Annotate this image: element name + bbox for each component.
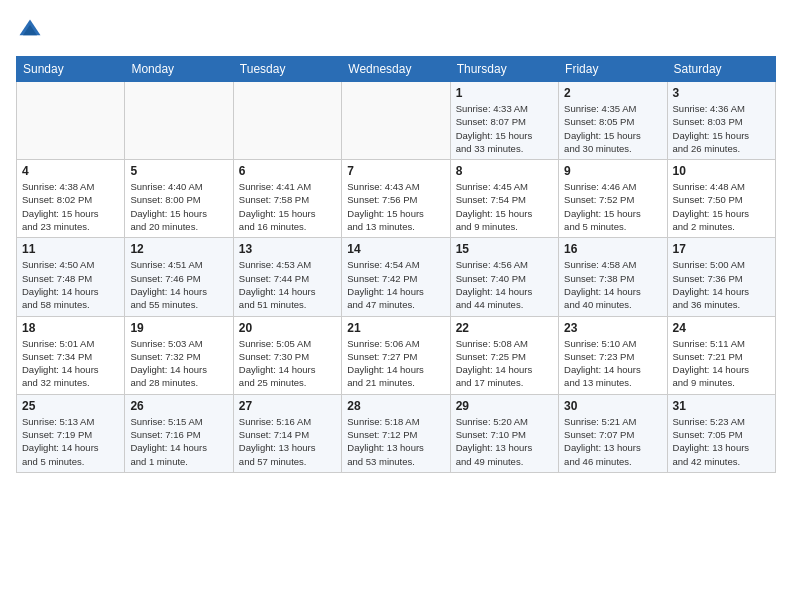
day-cell: 19Sunrise: 5:03 AM Sunset: 7:32 PM Dayli… (125, 316, 233, 394)
week-row-5: 25Sunrise: 5:13 AM Sunset: 7:19 PM Dayli… (17, 394, 776, 472)
day-cell (125, 82, 233, 160)
day-detail: Sunrise: 4:33 AM Sunset: 8:07 PM Dayligh… (456, 102, 553, 155)
day-detail: Sunrise: 4:43 AM Sunset: 7:56 PM Dayligh… (347, 180, 444, 233)
day-cell (17, 82, 125, 160)
day-cell: 30Sunrise: 5:21 AM Sunset: 7:07 PM Dayli… (559, 394, 667, 472)
day-detail: Sunrise: 5:05 AM Sunset: 7:30 PM Dayligh… (239, 337, 336, 390)
weekday-header-tuesday: Tuesday (233, 57, 341, 82)
day-number: 19 (130, 321, 227, 335)
day-cell: 16Sunrise: 4:58 AM Sunset: 7:38 PM Dayli… (559, 238, 667, 316)
day-detail: Sunrise: 5:11 AM Sunset: 7:21 PM Dayligh… (673, 337, 770, 390)
day-detail: Sunrise: 4:45 AM Sunset: 7:54 PM Dayligh… (456, 180, 553, 233)
day-number: 9 (564, 164, 661, 178)
day-cell: 15Sunrise: 4:56 AM Sunset: 7:40 PM Dayli… (450, 238, 558, 316)
day-detail: Sunrise: 4:50 AM Sunset: 7:48 PM Dayligh… (22, 258, 119, 311)
day-cell: 18Sunrise: 5:01 AM Sunset: 7:34 PM Dayli… (17, 316, 125, 394)
day-detail: Sunrise: 5:21 AM Sunset: 7:07 PM Dayligh… (564, 415, 661, 468)
day-cell (342, 82, 450, 160)
day-cell: 26Sunrise: 5:15 AM Sunset: 7:16 PM Dayli… (125, 394, 233, 472)
weekday-header-monday: Monday (125, 57, 233, 82)
weekday-header-saturday: Saturday (667, 57, 775, 82)
day-cell: 31Sunrise: 5:23 AM Sunset: 7:05 PM Dayli… (667, 394, 775, 472)
day-detail: Sunrise: 5:08 AM Sunset: 7:25 PM Dayligh… (456, 337, 553, 390)
weekday-header-wednesday: Wednesday (342, 57, 450, 82)
day-cell: 7Sunrise: 4:43 AM Sunset: 7:56 PM Daylig… (342, 160, 450, 238)
day-cell (233, 82, 341, 160)
day-number: 7 (347, 164, 444, 178)
day-detail: Sunrise: 5:20 AM Sunset: 7:10 PM Dayligh… (456, 415, 553, 468)
day-detail: Sunrise: 4:48 AM Sunset: 7:50 PM Dayligh… (673, 180, 770, 233)
day-cell: 21Sunrise: 5:06 AM Sunset: 7:27 PM Dayli… (342, 316, 450, 394)
day-number: 10 (673, 164, 770, 178)
day-number: 26 (130, 399, 227, 413)
day-detail: Sunrise: 5:13 AM Sunset: 7:19 PM Dayligh… (22, 415, 119, 468)
day-detail: Sunrise: 4:38 AM Sunset: 8:02 PM Dayligh… (22, 180, 119, 233)
day-number: 25 (22, 399, 119, 413)
day-detail: Sunrise: 5:10 AM Sunset: 7:23 PM Dayligh… (564, 337, 661, 390)
day-number: 24 (673, 321, 770, 335)
day-cell: 6Sunrise: 4:41 AM Sunset: 7:58 PM Daylig… (233, 160, 341, 238)
day-cell: 2Sunrise: 4:35 AM Sunset: 8:05 PM Daylig… (559, 82, 667, 160)
day-detail: Sunrise: 4:53 AM Sunset: 7:44 PM Dayligh… (239, 258, 336, 311)
day-number: 27 (239, 399, 336, 413)
day-cell: 1Sunrise: 4:33 AM Sunset: 8:07 PM Daylig… (450, 82, 558, 160)
day-number: 14 (347, 242, 444, 256)
day-number: 4 (22, 164, 119, 178)
day-number: 21 (347, 321, 444, 335)
day-detail: Sunrise: 4:58 AM Sunset: 7:38 PM Dayligh… (564, 258, 661, 311)
day-number: 15 (456, 242, 553, 256)
day-detail: Sunrise: 5:23 AM Sunset: 7:05 PM Dayligh… (673, 415, 770, 468)
day-cell: 10Sunrise: 4:48 AM Sunset: 7:50 PM Dayli… (667, 160, 775, 238)
day-number: 16 (564, 242, 661, 256)
day-cell: 3Sunrise: 4:36 AM Sunset: 8:03 PM Daylig… (667, 82, 775, 160)
day-number: 3 (673, 86, 770, 100)
week-row-3: 11Sunrise: 4:50 AM Sunset: 7:48 PM Dayli… (17, 238, 776, 316)
weekday-header-friday: Friday (559, 57, 667, 82)
day-detail: Sunrise: 4:46 AM Sunset: 7:52 PM Dayligh… (564, 180, 661, 233)
day-detail: Sunrise: 5:03 AM Sunset: 7:32 PM Dayligh… (130, 337, 227, 390)
weekday-header-sunday: Sunday (17, 57, 125, 82)
day-detail: Sunrise: 4:51 AM Sunset: 7:46 PM Dayligh… (130, 258, 227, 311)
day-number: 17 (673, 242, 770, 256)
day-cell: 29Sunrise: 5:20 AM Sunset: 7:10 PM Dayli… (450, 394, 558, 472)
weekday-header-row: SundayMondayTuesdayWednesdayThursdayFrid… (17, 57, 776, 82)
day-detail: Sunrise: 5:16 AM Sunset: 7:14 PM Dayligh… (239, 415, 336, 468)
day-number: 12 (130, 242, 227, 256)
day-detail: Sunrise: 4:36 AM Sunset: 8:03 PM Dayligh… (673, 102, 770, 155)
week-row-2: 4Sunrise: 4:38 AM Sunset: 8:02 PM Daylig… (17, 160, 776, 238)
day-cell: 27Sunrise: 5:16 AM Sunset: 7:14 PM Dayli… (233, 394, 341, 472)
day-detail: Sunrise: 5:15 AM Sunset: 7:16 PM Dayligh… (130, 415, 227, 468)
day-detail: Sunrise: 5:18 AM Sunset: 7:12 PM Dayligh… (347, 415, 444, 468)
day-cell: 4Sunrise: 4:38 AM Sunset: 8:02 PM Daylig… (17, 160, 125, 238)
logo (16, 16, 48, 44)
day-number: 2 (564, 86, 661, 100)
day-cell: 17Sunrise: 5:00 AM Sunset: 7:36 PM Dayli… (667, 238, 775, 316)
week-row-4: 18Sunrise: 5:01 AM Sunset: 7:34 PM Dayli… (17, 316, 776, 394)
day-cell: 25Sunrise: 5:13 AM Sunset: 7:19 PM Dayli… (17, 394, 125, 472)
day-number: 18 (22, 321, 119, 335)
day-detail: Sunrise: 5:00 AM Sunset: 7:36 PM Dayligh… (673, 258, 770, 311)
day-number: 5 (130, 164, 227, 178)
day-detail: Sunrise: 4:41 AM Sunset: 7:58 PM Dayligh… (239, 180, 336, 233)
day-cell: 20Sunrise: 5:05 AM Sunset: 7:30 PM Dayli… (233, 316, 341, 394)
day-number: 23 (564, 321, 661, 335)
day-detail: Sunrise: 4:54 AM Sunset: 7:42 PM Dayligh… (347, 258, 444, 311)
day-cell: 9Sunrise: 4:46 AM Sunset: 7:52 PM Daylig… (559, 160, 667, 238)
day-number: 13 (239, 242, 336, 256)
calendar-table: SundayMondayTuesdayWednesdayThursdayFrid… (16, 56, 776, 473)
day-number: 29 (456, 399, 553, 413)
day-number: 11 (22, 242, 119, 256)
day-number: 22 (456, 321, 553, 335)
day-cell: 22Sunrise: 5:08 AM Sunset: 7:25 PM Dayli… (450, 316, 558, 394)
day-number: 6 (239, 164, 336, 178)
day-cell: 14Sunrise: 4:54 AM Sunset: 7:42 PM Dayli… (342, 238, 450, 316)
day-cell: 12Sunrise: 4:51 AM Sunset: 7:46 PM Dayli… (125, 238, 233, 316)
day-detail: Sunrise: 4:35 AM Sunset: 8:05 PM Dayligh… (564, 102, 661, 155)
day-cell: 23Sunrise: 5:10 AM Sunset: 7:23 PM Dayli… (559, 316, 667, 394)
day-number: 30 (564, 399, 661, 413)
week-row-1: 1Sunrise: 4:33 AM Sunset: 8:07 PM Daylig… (17, 82, 776, 160)
day-detail: Sunrise: 4:56 AM Sunset: 7:40 PM Dayligh… (456, 258, 553, 311)
day-cell: 5Sunrise: 4:40 AM Sunset: 8:00 PM Daylig… (125, 160, 233, 238)
weekday-header-thursday: Thursday (450, 57, 558, 82)
logo-icon (16, 16, 44, 44)
